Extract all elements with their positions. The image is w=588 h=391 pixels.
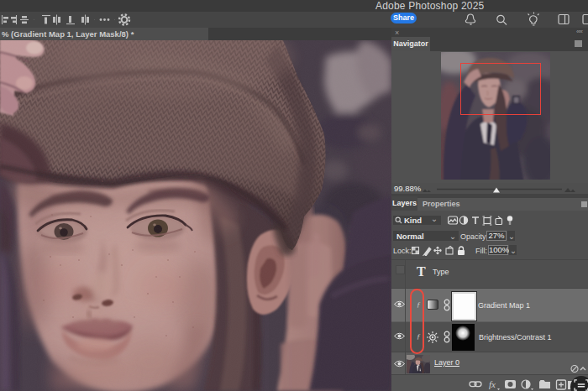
svg-text:fx: fx [489,379,496,389]
